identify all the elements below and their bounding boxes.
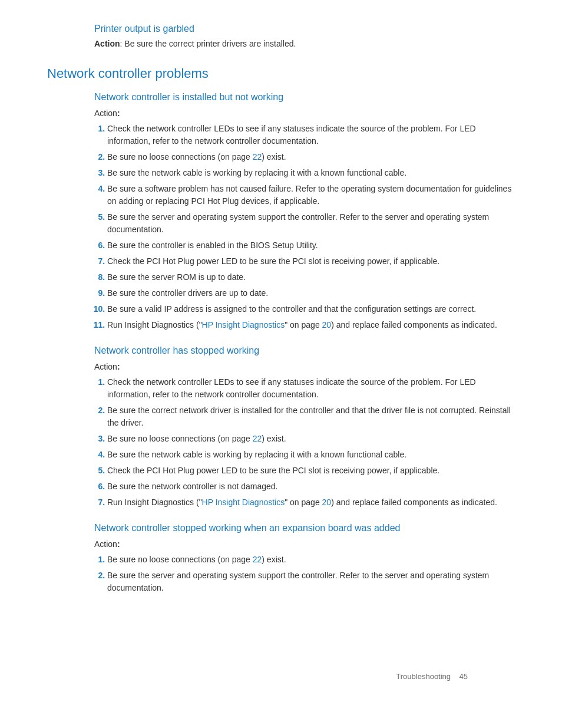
subsection-expansion-board: Network controller stopped working when … <box>47 523 515 594</box>
list-item: Run Insight Diagnostics ("HP Insight Dia… <box>107 496 515 509</box>
footer-page: 45 <box>459 672 468 681</box>
network-section: Network controller problems Network cont… <box>47 66 515 594</box>
printer-action: Action: Be sure the correct printer driv… <box>94 39 515 48</box>
list-item: Check the network controller LEDs to see… <box>107 376 515 401</box>
list-item: Be sure the server and operating system … <box>107 569 515 594</box>
list-item: Be sure the controller drivers are up to… <box>107 287 515 299</box>
list-1: Check the network controller LEDs to see… <box>94 123 515 331</box>
list-item: Check the PCI Hot Plug power LED to be s… <box>107 255 515 268</box>
list-item: Be sure the server and operating system … <box>107 211 515 236</box>
list-item: Be sure the network cable is working by … <box>107 449 515 461</box>
subsection-installed-not-working: Network controller is installed but not … <box>47 92 515 331</box>
page-link-22-2[interactable]: 22 <box>253 434 262 443</box>
subsection-title-2: Network controller has stopped working <box>94 345 515 356</box>
printer-title: Printer output is garbled <box>94 24 515 34</box>
list-item: Be sure no loose connections (on page 22… <box>107 433 515 445</box>
subsection-stopped-working: Network controller has stopped working A… <box>47 345 515 509</box>
printer-action-text: : Be sure the correct printer drivers ar… <box>120 39 296 48</box>
list-item: Run Insight Diagnostics ("HP Insight Dia… <box>107 319 515 331</box>
list-item: Be sure the network controller is not da… <box>107 480 515 493</box>
list-item: Be sure no loose connections (on page 22… <box>107 151 515 163</box>
subsection-title-3: Network controller stopped working when … <box>94 523 515 533</box>
list-item: Be sure the controller is enabled in the… <box>107 239 515 252</box>
list-item: Be sure a software problem has not cause… <box>107 183 515 207</box>
footer-text: Troubleshooting <box>396 672 451 681</box>
list-item: Be sure a valid IP address is assigned t… <box>107 303 515 315</box>
list-3: Be sure no loose connections (on page 22… <box>94 554 515 594</box>
action-label-3: Action: <box>94 539 515 549</box>
printer-action-label: Action <box>94 39 120 48</box>
list-item: Be sure the network cable is working by … <box>107 167 515 179</box>
page-link-20-1[interactable]: 20 <box>322 320 332 330</box>
page-link-20-2[interactable]: 20 <box>322 498 332 507</box>
list-item: Be sure no loose connections (on page 22… <box>107 554 515 566</box>
subsection-title-1: Network controller is installed but not … <box>94 92 515 103</box>
list-item: Check the network controller LEDs to see… <box>107 123 515 147</box>
hp-insight-link-1[interactable]: HP Insight Diagnostics <box>202 320 285 330</box>
section-title: Network controller problems <box>47 66 515 81</box>
page-link[interactable]: 22 <box>253 152 262 162</box>
list-item: Be sure the server ROM is up to date. <box>107 271 515 284</box>
list-item: Be sure the correct network driver is in… <box>107 404 515 429</box>
list-2: Check the network controller LEDs to see… <box>94 376 515 509</box>
action-label-1: Action: <box>94 108 515 118</box>
printer-section: Printer output is garbled Action: Be sur… <box>47 24 515 48</box>
page-wrapper: Printer output is garbled Action: Be sur… <box>47 24 515 704</box>
list-item: Check the PCI Hot Plug power LED to be s… <box>107 465 515 477</box>
action-label-2: Action: <box>94 362 515 371</box>
footer: Troubleshooting 45 <box>396 672 468 681</box>
hp-insight-link-2[interactable]: HP Insight Diagnostics <box>202 498 285 507</box>
page-link-22-3[interactable]: 22 <box>253 555 262 564</box>
